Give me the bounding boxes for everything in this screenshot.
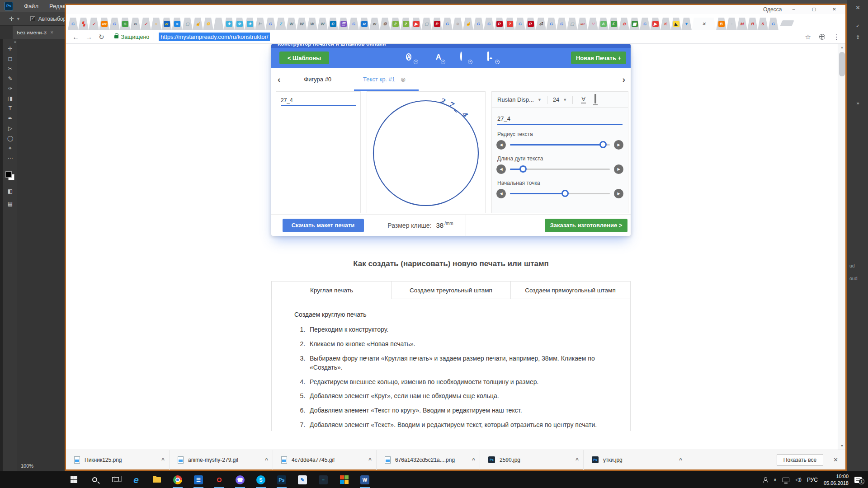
browser-tab[interactable]: B	[716, 18, 726, 30]
slider-thumb[interactable]	[599, 141, 607, 148]
ps-tool-icon[interactable]: ▷	[8, 126, 12, 131]
browser-tab[interactable]: 220	[99, 18, 109, 30]
clock[interactable]: 10:00 05.06.2018	[824, 473, 849, 486]
slider-thumb[interactable]	[519, 165, 527, 173]
font-select[interactable]: Ruslan Disp...	[497, 96, 534, 103]
slider[interactable]: ◀▶	[496, 188, 623, 198]
cliche-size-input[interactable]: 38	[436, 221, 444, 229]
browser-tab[interactable]: ▶	[411, 18, 421, 30]
url-input[interactable]: https://mystampready.com/ru/konstruktor/	[159, 33, 270, 41]
mask-icon[interactable]: ◧	[3, 188, 18, 194]
collapse-icon[interactable]: »	[14, 40, 16, 44]
stamp-preview[interactable]: 27_4	[367, 92, 485, 213]
close-icon[interactable]: ✕	[50, 30, 54, 35]
ps-document-tab[interactable]: Без имени-3 ✕	[13, 26, 66, 39]
taskbar-task-view-icon[interactable]	[105, 471, 126, 488]
chevron-down-icon[interactable]: ▼	[538, 98, 542, 102]
browser-tab[interactable]: G	[768, 18, 778, 30]
browser-tab[interactable]: G	[546, 18, 557, 30]
taskbar-onenote-icon[interactable]: ☰	[188, 471, 209, 488]
taskbar-explorer-icon[interactable]	[146, 471, 167, 488]
download-item[interactable]: Psутки.jpg^	[584, 450, 687, 470]
text-color-icon[interactable]: ∀	[581, 96, 586, 103]
ps-tool-icon[interactable]: T	[9, 106, 12, 111]
slider-track[interactable]	[510, 144, 610, 145]
tab-circular-text[interactable]: Текст кр. #1	[363, 76, 395, 83]
browser-tab[interactable]: 22	[161, 18, 172, 30]
browser-tab[interactable]: P	[525, 18, 536, 30]
minimize-button[interactable]: –	[783, 5, 804, 14]
browser-tab[interactable]: ☝	[463, 18, 473, 30]
action-center-icon[interactable]: 1	[854, 477, 862, 483]
taskbar-edge-icon[interactable]: e	[126, 471, 146, 488]
howto-tab[interactable]: Создаем прямоугольный штамп	[511, 281, 630, 299]
hidden-icons-chevron[interactable]: ∧	[774, 477, 777, 482]
share-icon[interactable]: ⇪	[847, 34, 868, 40]
templates-button[interactable]: < Шаблоны	[279, 52, 329, 64]
slider-decrease-button[interactable]: ◀	[496, 140, 506, 150]
add-image-icon[interactable]: +	[487, 52, 498, 63]
howto-tab[interactable]: Круглая печать	[272, 281, 392, 299]
collapse-panel-icon[interactable]: »	[847, 100, 868, 106]
browser-tab[interactable]: P	[432, 18, 442, 30]
browser-tab[interactable]: ✓	[89, 18, 99, 30]
browser-menu-icon[interactable]: ⋮	[833, 33, 840, 41]
browser-tab[interactable]: w	[369, 18, 380, 30]
font-size-select[interactable]: 24	[553, 96, 559, 103]
browser-tab[interactable]: ⊘	[619, 18, 629, 30]
taskbar-viber-icon[interactable]: ☎	[230, 471, 250, 488]
chevron-left-icon[interactable]: ‹	[278, 75, 280, 84]
close-shelf-icon[interactable]: ✕	[833, 456, 838, 463]
browser-tab[interactable]: ?	[505, 18, 515, 30]
new-tab-button[interactable]	[780, 20, 794, 26]
browser-tab[interactable]: F	[609, 18, 619, 30]
ps-tool-icon[interactable]: ⋯	[8, 155, 13, 161]
scroll-down-icon[interactable]: ▼	[838, 442, 845, 450]
download-item[interactable]: anime-myshy-279.gif^	[170, 450, 273, 470]
color-swatch[interactable]	[5, 171, 16, 182]
browser-tab[interactable]: 2	[390, 18, 401, 30]
ps-tool-icon[interactable]: ✑	[8, 86, 12, 91]
browser-tab[interactable]: G	[640, 18, 650, 30]
browser-tab[interactable]: ✈	[224, 18, 234, 30]
slider[interactable]: ◀▶	[496, 140, 623, 150]
browser-tab[interactable]: ✈	[245, 18, 255, 30]
scrollbar-thumb[interactable]	[839, 52, 845, 76]
add-circular-text-icon[interactable]: A+	[406, 52, 417, 63]
browser-tab[interactable]: ▦	[629, 18, 640, 30]
browser-tab[interactable]: G	[109, 18, 120, 30]
slider-decrease-button[interactable]: ◀	[496, 164, 506, 174]
browser-tab[interactable]: G	[442, 18, 453, 30]
browser-tab[interactable]: ▶	[650, 18, 660, 30]
download-item[interactable]: Ps2590.jpg^	[480, 450, 584, 470]
ps-tool-icon[interactable]: ✛	[8, 46, 12, 52]
download-menu-chevron[interactable]: ^	[576, 457, 579, 463]
browser-tab[interactable]: P	[494, 18, 505, 30]
browser-tab[interactable]: W	[286, 18, 297, 30]
download-menu-chevron[interactable]: ^	[368, 457, 372, 463]
browser-tab[interactable]: 12	[359, 18, 369, 30]
browser-tab[interactable]: ⊢	[255, 18, 265, 30]
browser-tab[interactable]: S	[758, 18, 768, 30]
show-all-downloads-button[interactable]: Показать все	[777, 454, 823, 466]
taskbar-opera-icon[interactable]: O	[209, 471, 230, 488]
tab-figure[interactable]: Фигура #0	[304, 76, 331, 83]
text-field[interactable]: 27_4	[497, 115, 623, 125]
browser-tab[interactable]: ▢	[567, 18, 577, 30]
new-stamp-button[interactable]: Новая Печать +	[571, 52, 626, 64]
slider[interactable]: ◀▶	[496, 164, 623, 174]
browser-tab[interactable]: ◣	[671, 18, 681, 30]
browser-tab[interactable]: ☝	[193, 18, 203, 30]
maximize-button[interactable]: ▢	[804, 5, 824, 14]
slider-decrease-button[interactable]: ◀	[496, 189, 506, 198]
add-circle-icon[interactable]: +	[460, 52, 471, 63]
tab-close-icon[interactable]: ✕	[701, 21, 707, 27]
scroll-up-icon[interactable]: ▲	[838, 44, 845, 51]
taskbar-dev-app-icon[interactable]: ≡	[313, 471, 334, 488]
download-item[interactable]: 4c7dde4a7745.gif^	[273, 450, 377, 470]
browser-tab[interactable]: G	[515, 18, 525, 30]
forward-icon[interactable]: →	[85, 33, 92, 41]
browser-tab[interactable]: A	[598, 18, 609, 30]
language-indicator[interactable]: РУС	[807, 477, 818, 483]
browser-tab[interactable]: ✈	[234, 18, 245, 30]
